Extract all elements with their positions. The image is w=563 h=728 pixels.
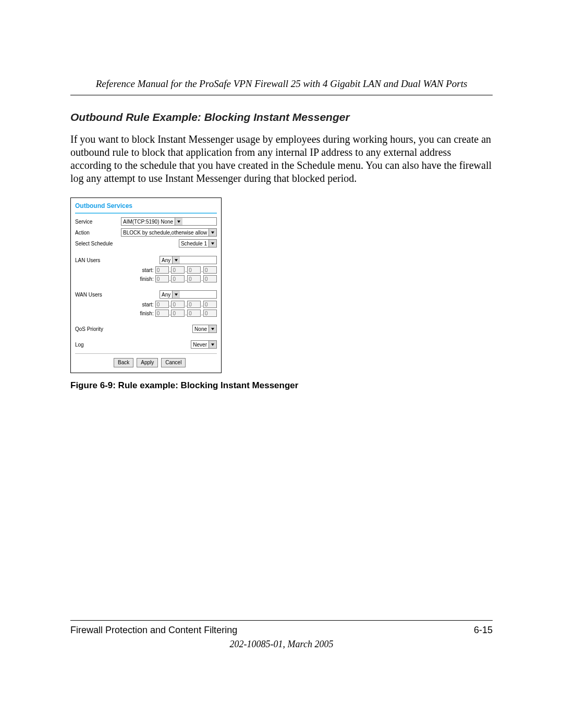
select-schedule-value: Schedule 1 xyxy=(181,241,207,246)
footer-section-title: Firewall Protection and Content Filterin… xyxy=(70,625,237,636)
wan-finish-octet-1[interactable]: 0 xyxy=(155,310,169,317)
label-lan-users: LAN Users xyxy=(75,257,116,263)
panel-separator xyxy=(75,213,217,214)
wan-start-octet-1[interactable]: 0 xyxy=(155,301,169,308)
label-qos: QoS Priority xyxy=(75,326,116,332)
chevron-down-icon xyxy=(172,256,180,264)
label-schedule: Select Schedule xyxy=(75,241,116,246)
wan-finish-octet-2[interactable]: 0 xyxy=(171,310,185,317)
lan-start-octet-1[interactable]: 0 xyxy=(155,266,169,274)
select-action[interactable]: BLOCK by schedule,otherwise allow xyxy=(121,228,217,237)
label-action: Action xyxy=(75,230,116,236)
wan-start-octet-4[interactable]: 0 xyxy=(203,301,217,308)
figure-outbound-services: Outbound Services Service AIM(TCP:5190) … xyxy=(70,198,493,391)
svg-marker-5 xyxy=(211,328,214,330)
chevron-down-icon xyxy=(209,341,216,348)
select-qos-value: None xyxy=(194,326,207,332)
footer-doc-id: 202-10085-01, March 2005 xyxy=(70,639,493,650)
chevron-down-icon xyxy=(175,218,182,225)
lan-start-octet-3[interactable]: 0 xyxy=(187,266,201,274)
outbound-services-panel: Outbound Services Service AIM(TCP:5190) … xyxy=(70,198,222,373)
label-log: Log xyxy=(75,342,116,348)
select-wan-users-value: Any xyxy=(162,292,170,298)
wan-start-octet-2[interactable]: 0 xyxy=(171,301,185,308)
footer-rule xyxy=(70,620,493,621)
wan-finish-octet-4[interactable]: 0 xyxy=(203,310,217,317)
svg-marker-3 xyxy=(175,259,178,262)
panel-title: Outbound Services xyxy=(75,202,217,209)
label-lan-start: start: xyxy=(123,267,155,273)
footer-page-number: 6-15 xyxy=(474,625,493,636)
label-wan-start: start: xyxy=(123,302,155,307)
back-button[interactable]: Back xyxy=(114,358,133,367)
select-wan-users[interactable]: Any xyxy=(160,290,217,299)
svg-marker-1 xyxy=(211,231,214,234)
svg-marker-2 xyxy=(211,242,214,245)
select-lan-users[interactable]: Any xyxy=(160,256,217,264)
label-wan-users: WAN Users xyxy=(75,292,116,298)
lan-finish-octet-2[interactable]: 0 xyxy=(171,275,185,282)
label-lan-finish: finish: xyxy=(123,276,155,282)
apply-button[interactable]: Apply xyxy=(137,358,158,367)
label-wan-finish: finish: xyxy=(123,311,155,316)
svg-marker-6 xyxy=(211,343,214,346)
figure-caption: Figure 6-9: Rule example: Blocking Insta… xyxy=(70,380,493,391)
chevron-down-icon xyxy=(172,291,180,298)
select-log-value: Never xyxy=(193,342,207,348)
chevron-down-icon xyxy=(209,229,216,236)
select-service-value: AIM(TCP:5190) None xyxy=(123,219,173,225)
select-action-value: BLOCK by schedule,otherwise allow xyxy=(123,230,207,236)
lan-finish-octet-3[interactable]: 0 xyxy=(187,275,201,282)
select-log[interactable]: Never xyxy=(191,340,217,349)
label-service: Service xyxy=(75,219,116,225)
select-qos[interactable]: None xyxy=(192,325,217,333)
select-schedule[interactable]: Schedule 1 xyxy=(179,239,217,248)
lan-start-octet-4[interactable]: 0 xyxy=(203,266,217,274)
page-footer: Firewall Protection and Content Filterin… xyxy=(70,620,493,650)
wan-finish-octet-3[interactable]: 0 xyxy=(187,310,201,317)
lan-finish-octet-1[interactable]: 0 xyxy=(155,275,169,282)
svg-marker-0 xyxy=(177,220,180,223)
panel-separator-bottom xyxy=(75,353,217,354)
svg-marker-4 xyxy=(175,293,178,296)
chevron-down-icon xyxy=(209,240,216,247)
lan-finish-octet-4[interactable]: 0 xyxy=(203,275,217,282)
running-header: Reference Manual for the ProSafe VPN Fir… xyxy=(70,78,493,90)
cancel-button[interactable]: Cancel xyxy=(161,358,186,367)
chevron-down-icon xyxy=(209,325,216,332)
select-lan-users-value: Any xyxy=(162,257,170,263)
wan-start-octet-3[interactable]: 0 xyxy=(187,301,201,308)
select-service[interactable]: AIM(TCP:5190) None xyxy=(121,217,217,226)
lan-start-octet-2[interactable]: 0 xyxy=(171,266,185,274)
body-paragraph: If you want to block Instant Messenger u… xyxy=(70,133,493,185)
section-heading: Outbound Rule Example: Blocking Instant … xyxy=(70,111,493,124)
header-rule xyxy=(70,95,493,95)
